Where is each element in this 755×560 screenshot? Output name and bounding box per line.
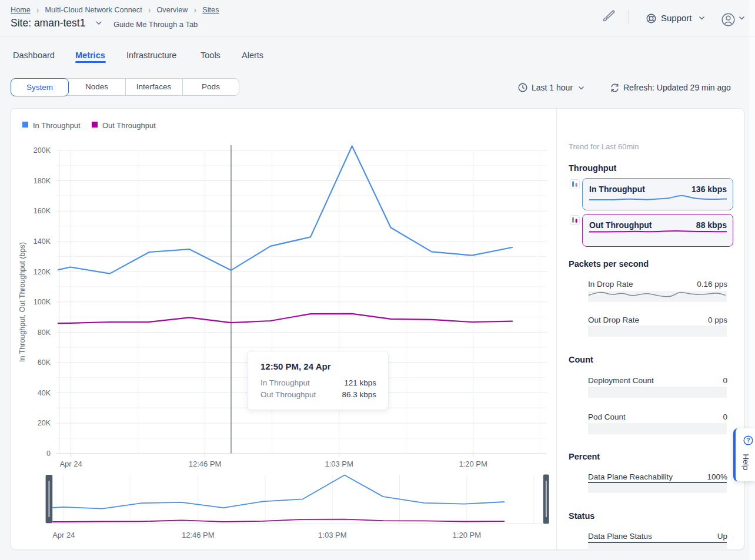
svg-text:Apr 24: Apr 24	[52, 531, 75, 539]
svg-text:180K: 180K	[34, 177, 51, 185]
svg-text:Apr 24: Apr 24	[59, 460, 82, 468]
svg-text:160K: 160K	[34, 207, 51, 215]
svg-text:1:03 PM: 1:03 PM	[325, 460, 353, 468]
svg-text:40K: 40K	[38, 389, 51, 397]
svg-text:140K: 140K	[34, 237, 51, 246]
svg-text:1:20 PM: 1:20 PM	[459, 460, 487, 468]
svg-text:1:20 PM: 1:20 PM	[453, 531, 481, 539]
svg-text:0: 0	[46, 450, 51, 458]
svg-text:In Throughput, Out Throughput: In Throughput, Out Throughput (bps)	[18, 242, 26, 362]
svg-text:200K: 200K	[34, 146, 51, 155]
svg-text:12:46 PM: 12:46 PM	[182, 531, 215, 539]
svg-text:12:46 PM: 12:46 PM	[189, 460, 222, 468]
svg-text:?: ?	[746, 437, 750, 444]
svg-text:20K: 20K	[38, 419, 51, 427]
svg-text:60K: 60K	[38, 358, 51, 367]
svg-text:80K: 80K	[38, 328, 51, 337]
svg-text:1:03 PM: 1:03 PM	[318, 531, 346, 539]
svg-text:100K: 100K	[34, 298, 51, 306]
svg-text:120K: 120K	[34, 268, 51, 276]
